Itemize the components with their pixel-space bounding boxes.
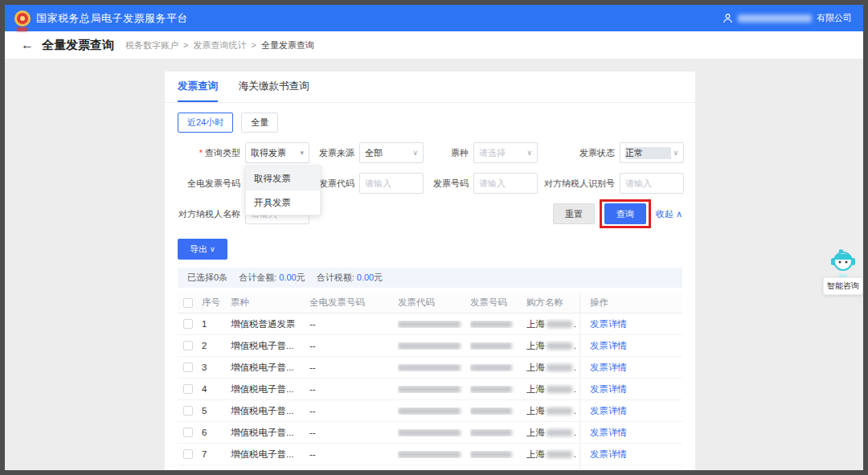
invoice-detail-link[interactable]: 发票详情	[590, 448, 627, 461]
query-type-select[interactable]: 取得发票 ▾	[245, 142, 309, 163]
buyer-prefix: 上海	[526, 318, 545, 330]
content-area: 发票查询 海关缴款书查询 近24小时 全量 查询类型 取得发票	[5, 59, 863, 470]
cell-invoice-number	[470, 386, 526, 393]
invoice-code-input[interactable]	[359, 173, 424, 194]
redacted-buyer-name	[547, 364, 572, 371]
cell-invoice-code	[398, 407, 470, 415]
cell-invoice-number	[470, 407, 526, 415]
chevron-down-icon: ∨	[526, 149, 532, 157]
cell-invoice-type: 增值税电子普...	[231, 427, 309, 439]
brand: 国家税务总局电子发票服务平台	[14, 10, 188, 27]
table-header-row: 序号 票种 全电发票号码 发票代码 发票号码 购方名称 操作	[178, 293, 682, 313]
table-row: 1 增值税普通发票 -- 上海. 发票详情	[178, 313, 682, 335]
breadcrumb-item[interactable]: 税务数字账户	[125, 39, 178, 51]
cell-index: 6	[202, 428, 231, 437]
col-invoice-type: 票种	[231, 297, 309, 309]
field-ticket-type: 票种 请选择 ∨	[428, 142, 538, 163]
cell-invoice-code	[398, 451, 470, 458]
row-checkbox[interactable]	[183, 428, 193, 437]
col-invoice-code: 发票代码	[398, 297, 470, 309]
row-checkbox[interactable]	[183, 362, 193, 372]
invoice-detail-link[interactable]: 发票详情	[590, 470, 627, 471]
cell-action: 发票详情	[579, 379, 681, 399]
invoice-detail-link[interactable]: 发票详情	[590, 340, 627, 352]
cell-invoice-number	[470, 321, 526, 328]
cell-invoice-code	[398, 342, 470, 350]
form-row-1: 查询类型 取得发票 ▾ 取得发票 开具发票	[178, 142, 682, 163]
chevron-down-icon: ∨	[673, 149, 678, 157]
redacted-buyer-name	[547, 386, 572, 393]
chevron-down-icon: ∨	[210, 245, 215, 253]
field-label: 发票来源	[314, 147, 354, 159]
dropdown-option-acquired[interactable]: 取得发票	[246, 166, 320, 190]
redacted-invoice-code	[398, 429, 461, 436]
buyer-prefix: 上海	[526, 448, 545, 461]
cell-index: 2	[202, 341, 231, 350]
cell-index: 4	[202, 384, 231, 394]
table-row: 3 增值税电子普... -- 上海. 发票详情	[178, 357, 682, 379]
collapse-toggle[interactable]: 收起 ∧	[656, 208, 682, 220]
row-checkbox[interactable]	[183, 319, 193, 329]
invoice-table: 序号 票种 全电发票号码 发票代码 发票号码 购方名称 操作 1 增值税普通发票…	[178, 293, 682, 470]
row-checkbox[interactable]	[183, 341, 193, 350]
row-checkbox[interactable]	[183, 384, 193, 394]
counterparty-tax-id-input[interactable]	[620, 173, 684, 194]
invoice-detail-link[interactable]: 发票详情	[590, 427, 627, 439]
cell-buyer-name: 上海.	[526, 383, 579, 395]
breadcrumb: 税务数字账户 > 发票查询统计 > 全量发票查询	[125, 39, 314, 51]
invoice-source-select[interactable]: 全部 ∨	[359, 142, 424, 163]
filter-last-24h[interactable]: 近24小时	[178, 113, 233, 133]
chevron-down-icon: ▾	[300, 149, 304, 157]
assistant-robot-icon	[829, 248, 858, 280]
invoice-status-select[interactable]: 正常 ∨	[620, 142, 684, 163]
invoice-no-input[interactable]	[473, 173, 538, 194]
buyer-prefix: 上海	[526, 340, 545, 352]
cell-elec-invoice-no: --	[309, 319, 398, 329]
assistant-label: 智能咨询	[823, 277, 863, 295]
company-suffix: 有限公司	[817, 12, 852, 24]
field-counterparty-tax-id: 对方纳税人识别号	[542, 173, 684, 194]
user-account[interactable]: 有限公司	[723, 12, 852, 24]
breadcrumb-item[interactable]: 发票查询统计	[193, 39, 246, 51]
chevron-up-icon: ∧	[676, 209, 682, 219]
form-buttons: 重置 查询 收起 ∧	[553, 203, 682, 224]
col-invoice-number: 发票号码	[470, 297, 526, 309]
ticket-type-select[interactable]: 请选择 ∨	[473, 142, 538, 163]
redacted-invoice-number	[470, 429, 512, 436]
smart-assistant-widget[interactable]: 智能咨询	[825, 248, 861, 295]
redacted-invoice-code	[398, 364, 461, 371]
back-arrow-icon[interactable]: ←	[21, 39, 34, 51]
dropdown-option-issued[interactable]: 开具发票	[246, 190, 320, 215]
invoice-detail-link[interactable]: 发票详情	[590, 318, 627, 330]
query-button[interactable]: 查询	[604, 203, 646, 224]
buyer-suffix: .	[574, 428, 576, 437]
col-buyer-name: 购方名称	[526, 297, 579, 309]
tab-bar: 发票查询 海关缴款书查询	[165, 72, 695, 103]
field-label: 对方纳税人识别号	[542, 178, 615, 190]
invoice-detail-link[interactable]: 发票详情	[590, 405, 627, 417]
field-label: 全电发票号码	[178, 178, 240, 190]
cell-invoice-number	[470, 364, 526, 371]
reset-button[interactable]: 重置	[553, 203, 595, 224]
app-header: 国家税务总局电子发票服务平台 有限公司	[5, 5, 863, 31]
total-amount: 合计金额: 0.00元	[239, 272, 305, 284]
select-all-checkbox[interactable]	[183, 298, 193, 308]
tab-customs-payment-query[interactable]: 海关缴款书查询	[239, 80, 309, 102]
col-action: 操作	[579, 293, 681, 313]
redacted-invoice-code	[398, 451, 461, 458]
table-row: 4 增值税电子普... -- 上海. 发票详情	[178, 379, 682, 400]
tab-invoice-query[interactable]: 发票查询	[178, 80, 218, 102]
invoice-detail-link[interactable]: 发票详情	[590, 362, 627, 374]
cell-action: 发票详情	[579, 400, 681, 421]
filter-all[interactable]: 全量	[241, 113, 278, 133]
col-elec-invoice-no: 全电发票号码	[309, 297, 398, 309]
tax-emblem-icon	[14, 10, 31, 27]
row-checkbox[interactable]	[183, 406, 193, 416]
export-button[interactable]: 导出 ∨	[178, 239, 227, 260]
invoice-detail-link[interactable]: 发票详情	[590, 383, 627, 395]
row-checkbox[interactable]	[183, 449, 193, 459]
summary-bar: 已选择0条 合计金额: 0.00元 合计税额: 0.00元	[178, 268, 682, 288]
breadcrumb-item-current: 全量发票查询	[261, 39, 314, 51]
cell-elec-invoice-no: --	[309, 449, 398, 459]
redacted-invoice-number	[470, 364, 512, 371]
